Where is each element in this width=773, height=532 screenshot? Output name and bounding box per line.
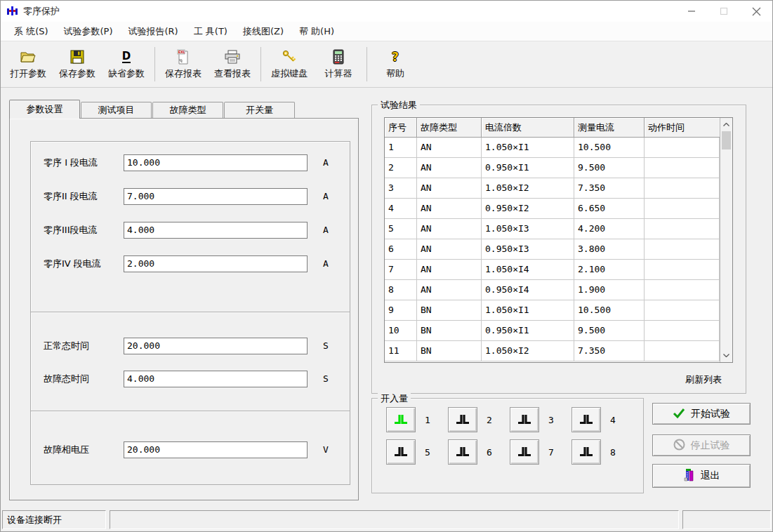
digital-input-channel: 6: [448, 439, 510, 465]
cell-measured-current: 6.650: [574, 199, 645, 219]
toolbar-separator: [154, 47, 155, 81]
cell-fault-type: AN: [417, 239, 482, 260]
save-params-button[interactable]: 保存参数: [53, 44, 102, 85]
exit-button[interactable]: 退出: [652, 464, 751, 488]
tab[interactable]: 故障类型: [152, 102, 223, 118]
toolbar-label: 缺省参数: [108, 67, 145, 80]
table-row[interactable]: 5 AN 1.050×I3 4.200: [385, 219, 720, 239]
cell-action-time: [645, 300, 720, 321]
cell-index: 2: [385, 158, 417, 178]
cell-action-time: [645, 239, 720, 260]
switch-contact-icon[interactable]: [448, 407, 477, 432]
zero-seq-current-3-input[interactable]: [124, 222, 308, 239]
minimize-button[interactable]: [675, 1, 708, 22]
table-row[interactable]: 3 AN 1.050×I2 7.350: [385, 178, 720, 199]
open-params-button[interactable]: 打开参数: [4, 44, 53, 85]
switch-contact-icon[interactable]: [572, 407, 601, 432]
menu-item[interactable]: 帮 助(H): [291, 22, 342, 41]
cell-action-time: [645, 280, 720, 300]
calculator-button[interactable]: 计算器: [314, 44, 363, 85]
table-row[interactable]: 6 AN 0.950×I3 3.800: [385, 239, 720, 260]
menu-bar: 系 统(S)试验参数(P)试验报告(R)工 具(T)接线图(Z)帮 助(H): [1, 22, 772, 41]
normal-state-time-input[interactable]: [124, 338, 308, 354]
cell-fault-type: AN: [417, 219, 482, 239]
table-row[interactable]: 10 BN 0.950×I1 9.500: [385, 321, 720, 341]
cell-index: 7: [385, 260, 417, 280]
tab-page-parameter-settings: 零序 I 段电流 A 零序II 段电流 A 零序III段电流 A: [9, 118, 359, 500]
column-header[interactable]: 电流倍数: [482, 118, 574, 138]
cell-index: 3: [385, 178, 417, 199]
tab[interactable]: 开关量: [224, 102, 295, 118]
virtual-keyboard-button[interactable]: 虚拟键盘: [265, 44, 314, 85]
field-unit: A: [323, 157, 329, 168]
cell-index: 10: [385, 321, 417, 341]
column-header[interactable]: 故障类型: [417, 118, 482, 138]
zero-seq-current-1-input[interactable]: [124, 154, 308, 171]
default-params-button[interactable]: D 缺省参数: [102, 44, 151, 85]
voltage-settings-group: 故障相电压 V: [30, 411, 350, 485]
cell-current-multiple: 1.050×I1: [482, 138, 574, 158]
zero-seq-current-4-input[interactable]: [124, 255, 308, 272]
switch-contact-icon[interactable]: [448, 439, 477, 465]
menu-item[interactable]: 接线图(Z): [235, 22, 291, 41]
field-label: 正常态时间: [44, 340, 124, 352]
switch-contact-icon[interactable]: [510, 439, 539, 465]
table-row[interactable]: 1 AN 1.050×I1 10.500: [385, 138, 720, 158]
stop-test-button[interactable]: 停止试验: [652, 434, 751, 456]
column-header[interactable]: 测量电流: [574, 118, 645, 138]
table-row[interactable]: 4 AN 0.950×I2 6.650: [385, 199, 720, 219]
switch-contact-icon[interactable]: [510, 407, 539, 432]
scroll-down-arrow[interactable]: [720, 350, 732, 361]
column-header[interactable]: 序号: [385, 118, 417, 138]
cell-current-multiple: 1.050×I4: [482, 260, 574, 280]
close-button[interactable]: [740, 1, 772, 22]
switch-contact-icon[interactable]: [572, 439, 601, 465]
exit-label: 退出: [701, 470, 720, 482]
tab[interactable]: 测试项目: [81, 102, 152, 118]
cell-fault-type: AN: [417, 199, 482, 219]
zero-seq-current-2-input[interactable]: [124, 188, 308, 205]
switch-contact-icon[interactable]: [386, 439, 416, 465]
cell-fault-type: AN: [417, 138, 482, 158]
table-row[interactable]: 7 AN 1.050×I4 2.100: [385, 260, 720, 280]
switch-contact-icon[interactable]: [386, 407, 416, 432]
scroll-up-arrow[interactable]: [720, 119, 732, 131]
tab[interactable]: 参数设置: [9, 100, 80, 119]
table-row[interactable]: 11 BN 1.050×I2 7.350: [385, 341, 720, 361]
menu-item[interactable]: 试验报告(R): [121, 22, 186, 41]
start-test-button[interactable]: 开始试验: [652, 403, 751, 425]
scrollbar-thumb[interactable]: [722, 131, 731, 149]
digital-input-channel: 4: [572, 407, 633, 432]
menu-item[interactable]: 试验参数(P): [56, 22, 121, 41]
field-unit: S: [323, 373, 329, 384]
window-title: 零序保护: [23, 5, 60, 18]
channel-number: 1: [425, 415, 430, 425]
exit-door-icon: [683, 468, 695, 484]
table-row[interactable]: 9 BN 1.050×I1 10.500: [385, 300, 720, 321]
cell-measured-current: 9.500: [574, 321, 645, 341]
save-report-button[interactable]: EXL 保存报表: [159, 44, 208, 85]
cell-index: 5: [385, 219, 417, 239]
digital-input-channel: 8: [572, 439, 633, 465]
table-row[interactable]: 8 AN 0.950×I4 1.900: [385, 280, 720, 300]
channel-number: 4: [610, 415, 616, 425]
cell-fault-type: AN: [417, 158, 482, 178]
stop-test-label: 停止试验: [691, 439, 730, 452]
fault-state-time-input[interactable]: [124, 371, 308, 387]
results-table-header: 序号 故障类型 电流倍数 测量电流 动作时间: [385, 118, 732, 138]
view-report-button[interactable]: 查看报表: [208, 44, 257, 85]
refresh-list-link[interactable]: 刷新列表: [685, 373, 722, 386]
menu-item[interactable]: 工 具(T): [186, 22, 235, 41]
maximize-button[interactable]: [708, 1, 740, 22]
default-params-icon: D: [122, 48, 131, 65]
digital-input-channel: 5: [386, 439, 448, 465]
results-table-body: 1 AN 1.050×I1 10.500 2 AN 0.950×I1 9.500: [385, 138, 720, 362]
fault-phase-voltage-input[interactable]: [124, 441, 308, 458]
vertical-scrollbar[interactable]: [720, 118, 732, 362]
cell-index: 1: [385, 138, 417, 158]
svg-text:EXL: EXL: [178, 50, 185, 54]
menu-item[interactable]: 系 统(S): [6, 22, 56, 41]
table-row[interactable]: 2 AN 0.950×I1 9.500: [385, 158, 720, 178]
tab-strip: 参数设置测试项目故障类型开关量: [9, 99, 359, 118]
help-button[interactable]: ? 帮助: [371, 44, 420, 85]
